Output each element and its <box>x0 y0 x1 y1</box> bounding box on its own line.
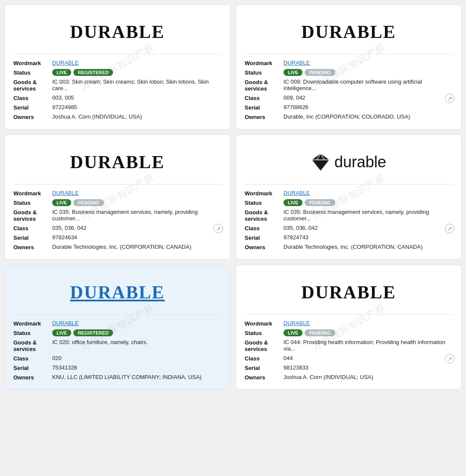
goods-value: IC 020: office furniture, namely, chairs… <box>52 339 221 345</box>
wordmark-label: Wordmark <box>245 60 283 66</box>
serial-label: Serial <box>245 104 283 111</box>
serial-label: Serial <box>13 234 52 241</box>
goods-row: Goods & servicesIC 020: office furniture… <box>13 339 221 352</box>
goods-value: IC 009: Downloadable computer software u… <box>283 78 453 91</box>
goods-row: Goods & servicesIC 044: Providing health… <box>245 339 453 352</box>
serial-value: 75341328 <box>52 364 221 371</box>
goods-row: Goods & servicesIC 035: Business managem… <box>13 209 221 222</box>
owners-label: Owners <box>245 244 283 251</box>
trademark-wordmark-display: DURABLE <box>70 22 164 42</box>
trademark-card-6: DURABLEWordmarkDURABLEStatusLIVEPENDINGG… <box>236 265 462 390</box>
badge-registered: REGISTERED <box>73 329 113 336</box>
owners-value: Durable Technologies, Inc. (CORPORATION;… <box>52 244 221 250</box>
serial-label: Serial <box>245 364 283 371</box>
trademark-fields: WordmarkDURABLEStatusLIVEPENDINGGoods & … <box>13 190 221 251</box>
class-value: 044 <box>283 355 453 361</box>
trademark-card-4: durableWordmarkDURABLEStatusLIVEPENDINGG… <box>236 135 462 260</box>
status-badges: LIVEPENDING <box>52 199 221 206</box>
wordmark-value[interactable]: DURABLE <box>283 60 453 66</box>
wordmark-label: Wordmark <box>13 320 52 327</box>
trademark-wordmark-display: DURABLE <box>301 22 396 42</box>
serial-row: Serial98123833 <box>245 364 453 371</box>
class-row: Class020 <box>13 355 221 362</box>
trademark-display: DURABLE <box>13 142 221 181</box>
goods-row: Goods & servicesIC 035: Business managem… <box>245 209 453 222</box>
class-label: Class <box>245 225 283 232</box>
class-value: 009, 042 <box>283 94 453 101</box>
wordmark-row: WordmarkDURABLE <box>13 320 221 327</box>
badge-live: LIVE <box>283 329 302 336</box>
expand-icon[interactable]: ↗ <box>214 224 223 233</box>
status-label: Status <box>13 199 52 206</box>
badge-live: LIVE <box>283 199 302 206</box>
wordmark-label: Wordmark <box>13 190 52 197</box>
owners-value: Joshua A. Corn (INDIVIDUAL; USA) <box>52 113 221 120</box>
wordmark-value[interactable]: DURABLE <box>52 190 221 196</box>
wordmark-row: WordmarkDURABLE <box>245 320 453 327</box>
divider <box>245 314 453 315</box>
wordmark-row: WordmarkDURABLE <box>245 190 453 197</box>
trademark-fields: WordmarkDURABLEStatusLIVEREGISTEREDGoods… <box>13 320 221 381</box>
badge-pending: PENDING <box>305 329 335 336</box>
owners-label: Owners <box>245 374 283 381</box>
goods-value: IC 035: Business management services, na… <box>52 209 221 222</box>
goods-label: Goods & services <box>13 339 52 352</box>
owners-row: OwnersDurable Technologies, Inc. (CORPOR… <box>245 244 453 251</box>
badge-live: LIVE <box>52 329 71 336</box>
wordmark-row: WordmarkDURABLE <box>13 190 221 197</box>
class-row: Class035, 036, 042 <box>245 225 453 232</box>
class-label: Class <box>245 94 283 101</box>
trademark-display: durable <box>245 142 453 181</box>
serial-label: Serial <box>245 234 283 241</box>
serial-value: 97788626 <box>283 104 453 110</box>
class-row: Class003, 005 <box>13 94 221 101</box>
trademark-grid: DURABLEWordmarkDURABLEStatusLIVEREGISTER… <box>4 4 462 390</box>
trademark-card-5: DURABLEWordmarkDURABLEStatusLIVEREGISTER… <box>4 265 230 390</box>
expand-icon[interactable]: ↗ <box>445 94 454 103</box>
expand-icon[interactable]: ↗ <box>445 354 454 363</box>
class-value: 035, 036, 042 <box>283 225 453 231</box>
class-label: Class <box>245 355 283 362</box>
wordmark-value[interactable]: DURABLE <box>283 190 453 196</box>
status-row: StatusLIVEPENDING <box>245 199 453 206</box>
serial-row: Serial97788626 <box>245 104 453 111</box>
status-badges: LIVEREGISTERED <box>52 329 221 336</box>
trademark-fields: WordmarkDURABLEStatusLIVEPENDINGGoods & … <box>245 190 453 251</box>
trademark-card-3: DURABLEWordmarkDURABLEStatusLIVEPENDINGG… <box>4 135 230 260</box>
status-badges: LIVEPENDING <box>283 69 453 76</box>
goods-value: IC 035: Business management services, na… <box>283 209 453 222</box>
trademark-wordmark-display: DURABLE <box>70 282 164 303</box>
owners-label: Owners <box>13 374 52 381</box>
divider <box>13 314 221 315</box>
wordmark-value[interactable]: DURABLE <box>52 320 221 326</box>
goods-label: Goods & services <box>245 78 283 92</box>
divider <box>245 184 453 185</box>
trademark-display: DURABLE <box>13 12 221 50</box>
status-badges: LIVEPENDING <box>283 199 453 206</box>
badge-live: LIVE <box>52 199 71 206</box>
goods-label: Goods & services <box>245 339 283 352</box>
wordmark-row: WordmarkDURABLE <box>245 60 453 66</box>
class-row: Class035, 036, 042 <box>13 225 221 232</box>
class-label: Class <box>13 225 52 232</box>
class-value: 003, 005 <box>52 94 221 101</box>
trademark-fields: WordmarkDURABLEStatusLIVEREGISTEREDGoods… <box>13 60 221 120</box>
trademark-wordmark-display: DURABLE <box>301 282 396 303</box>
owners-label: Owners <box>245 113 283 120</box>
owners-row: OwnersKNU, LLC (LIMITED LIABILITY COMPAN… <box>13 374 221 381</box>
badge-pending: PENDING <box>305 69 335 76</box>
class-label: Class <box>13 355 52 362</box>
serial-row: Serial97224985 <box>13 104 221 111</box>
divider <box>245 54 453 54</box>
status-row: StatusLIVEREGISTERED <box>13 329 221 336</box>
wordmark-value[interactable]: DURABLE <box>283 320 453 326</box>
trademark-logo-text: durable <box>334 153 386 171</box>
wordmark-label: Wordmark <box>245 190 283 197</box>
goods-label: Goods & services <box>13 78 52 92</box>
class-value: 020 <box>52 355 221 361</box>
owners-row: OwnersJoshua A. Corn (INDIVIDUAL; USA) <box>245 374 453 381</box>
status-label: Status <box>245 329 283 336</box>
expand-icon[interactable]: ↗ <box>445 224 454 233</box>
serial-label: Serial <box>13 104 52 111</box>
wordmark-value[interactable]: DURABLE <box>52 60 221 66</box>
